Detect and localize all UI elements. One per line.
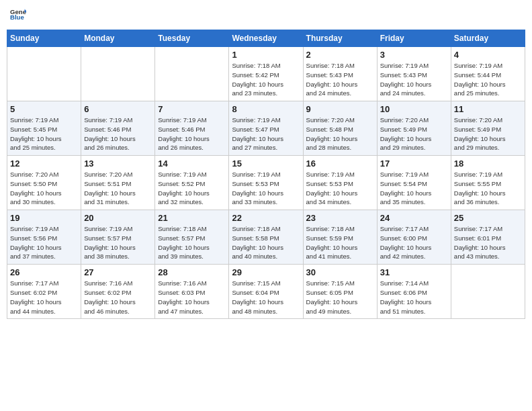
day-number: 20 <box>84 213 152 223</box>
calendar-cell: 15Sunrise: 7:19 AM Sunset: 5:53 PM Dayli… <box>229 156 303 210</box>
calendar-cell: 25Sunrise: 7:17 AM Sunset: 6:01 PM Dayli… <box>451 210 525 265</box>
day-number: 31 <box>380 267 448 277</box>
calendar-cell <box>81 47 155 101</box>
day-info: Sunrise: 7:17 AM Sunset: 6:00 PM Dayligh… <box>380 224 448 261</box>
day-info: Sunrise: 7:19 AM Sunset: 5:56 PM Dayligh… <box>10 224 78 261</box>
day-info: Sunrise: 7:20 AM Sunset: 5:49 PM Dayligh… <box>380 116 448 152</box>
day-info: Sunrise: 7:19 AM Sunset: 5:47 PM Dayligh… <box>232 116 300 152</box>
calendar-cell: 26Sunrise: 7:17 AM Sunset: 6:02 PM Dayli… <box>7 265 81 319</box>
day-number: 26 <box>10 267 78 277</box>
calendar-cell: 16Sunrise: 7:19 AM Sunset: 5:53 PM Dayli… <box>303 156 377 210</box>
day-number: 1 <box>232 50 300 60</box>
day-info: Sunrise: 7:14 AM Sunset: 6:06 PM Dayligh… <box>380 279 448 316</box>
day-info: Sunrise: 7:20 AM Sunset: 5:51 PM Dayligh… <box>84 170 152 207</box>
day-number: 25 <box>454 213 522 223</box>
calendar-cell: 12Sunrise: 7:20 AM Sunset: 5:50 PM Dayli… <box>7 156 81 210</box>
day-number: 10 <box>380 104 448 114</box>
calendar-cell: 20Sunrise: 7:19 AM Sunset: 5:57 PM Dayli… <box>81 210 155 265</box>
logo: General Blue <box>10 7 28 23</box>
calendar-cell: 23Sunrise: 7:18 AM Sunset: 5:59 PM Dayli… <box>303 210 377 265</box>
day-number: 30 <box>306 267 374 277</box>
day-info: Sunrise: 7:19 AM Sunset: 5:45 PM Dayligh… <box>10 116 78 152</box>
day-info: Sunrise: 7:18 AM Sunset: 5:42 PM Dayligh… <box>232 61 300 98</box>
day-number: 22 <box>232 213 300 223</box>
calendar-cell: 1Sunrise: 7:18 AM Sunset: 5:42 PM Daylig… <box>229 47 303 101</box>
calendar-cell: 27Sunrise: 7:16 AM Sunset: 6:02 PM Dayli… <box>81 265 155 319</box>
day-info: Sunrise: 7:19 AM Sunset: 5:57 PM Dayligh… <box>84 224 152 261</box>
calendar-cell: 29Sunrise: 7:15 AM Sunset: 6:04 PM Dayli… <box>229 265 303 319</box>
calendar-cell: 7Sunrise: 7:19 AM Sunset: 5:46 PM Daylig… <box>155 101 229 156</box>
day-number: 13 <box>84 158 152 169</box>
week-row-3: 12Sunrise: 7:20 AM Sunset: 5:50 PM Dayli… <box>7 156 525 210</box>
day-info: Sunrise: 7:19 AM Sunset: 5:55 PM Dayligh… <box>454 170 522 207</box>
calendar-cell: 3Sunrise: 7:19 AM Sunset: 5:43 PM Daylig… <box>377 47 451 101</box>
calendar-cell: 13Sunrise: 7:20 AM Sunset: 5:51 PM Dayli… <box>81 156 155 210</box>
day-header-thursday: Thursday <box>303 30 377 47</box>
calendar-cell: 24Sunrise: 7:17 AM Sunset: 6:00 PM Dayli… <box>377 210 451 265</box>
day-info: Sunrise: 7:20 AM Sunset: 5:50 PM Dayligh… <box>10 170 78 207</box>
day-info: Sunrise: 7:17 AM Sunset: 6:02 PM Dayligh… <box>10 279 78 316</box>
day-info: Sunrise: 7:20 AM Sunset: 5:49 PM Dayligh… <box>454 116 522 152</box>
day-info: Sunrise: 7:18 AM Sunset: 5:58 PM Dayligh… <box>232 224 300 261</box>
day-number: 28 <box>158 267 226 277</box>
calendar-table: SundayMondayTuesdayWednesdayThursdayFrid… <box>7 30 525 319</box>
calendar-cell: 22Sunrise: 7:18 AM Sunset: 5:58 PM Dayli… <box>229 210 303 265</box>
day-header-sunday: Sunday <box>7 30 81 47</box>
days-header-row: SundayMondayTuesdayWednesdayThursdayFrid… <box>7 30 525 47</box>
day-info: Sunrise: 7:15 AM Sunset: 6:04 PM Dayligh… <box>232 279 300 316</box>
calendar-cell: 11Sunrise: 7:20 AM Sunset: 5:49 PM Dayli… <box>451 101 525 156</box>
calendar-cell: 14Sunrise: 7:19 AM Sunset: 5:52 PM Dayli… <box>155 156 229 210</box>
week-row-1: 1Sunrise: 7:18 AM Sunset: 5:42 PM Daylig… <box>7 47 525 101</box>
calendar-cell: 17Sunrise: 7:19 AM Sunset: 5:54 PM Dayli… <box>377 156 451 210</box>
day-info: Sunrise: 7:19 AM Sunset: 5:54 PM Dayligh… <box>380 170 448 207</box>
day-number: 17 <box>380 158 448 169</box>
calendar-cell: 4Sunrise: 7:19 AM Sunset: 5:44 PM Daylig… <box>451 47 525 101</box>
day-number: 24 <box>380 213 448 223</box>
calendar-cell: 31Sunrise: 7:14 AM Sunset: 6:06 PM Dayli… <box>377 265 451 319</box>
day-number: 21 <box>158 213 226 223</box>
day-info: Sunrise: 7:16 AM Sunset: 6:03 PM Dayligh… <box>158 279 226 316</box>
calendar-cell: 18Sunrise: 7:19 AM Sunset: 5:55 PM Dayli… <box>451 156 525 210</box>
logo-icon: General Blue <box>10 7 26 23</box>
calendar-cell: 6Sunrise: 7:19 AM Sunset: 5:46 PM Daylig… <box>81 101 155 156</box>
day-number: 19 <box>10 213 78 223</box>
day-header-wednesday: Wednesday <box>229 30 303 47</box>
day-number: 27 <box>84 267 152 277</box>
day-number: 18 <box>454 158 522 169</box>
day-number: 2 <box>306 50 374 60</box>
calendar-cell: 10Sunrise: 7:20 AM Sunset: 5:49 PM Dayli… <box>377 101 451 156</box>
calendar-cell <box>7 47 81 101</box>
day-info: Sunrise: 7:18 AM Sunset: 5:43 PM Dayligh… <box>306 61 374 98</box>
day-number: 7 <box>158 104 226 114</box>
day-info: Sunrise: 7:19 AM Sunset: 5:44 PM Dayligh… <box>454 61 522 98</box>
week-row-2: 5Sunrise: 7:19 AM Sunset: 5:45 PM Daylig… <box>7 101 525 156</box>
calendar-cell: 28Sunrise: 7:16 AM Sunset: 6:03 PM Dayli… <box>155 265 229 319</box>
calendar-cell: 30Sunrise: 7:15 AM Sunset: 6:05 PM Dayli… <box>303 265 377 319</box>
calendar-cell: 8Sunrise: 7:19 AM Sunset: 5:47 PM Daylig… <box>229 101 303 156</box>
calendar-cell: 19Sunrise: 7:19 AM Sunset: 5:56 PM Dayli… <box>7 210 81 265</box>
calendar-cell: 9Sunrise: 7:20 AM Sunset: 5:48 PM Daylig… <box>303 101 377 156</box>
day-info: Sunrise: 7:16 AM Sunset: 6:02 PM Dayligh… <box>84 279 152 316</box>
calendar-cell <box>155 47 229 101</box>
day-info: Sunrise: 7:19 AM Sunset: 5:53 PM Dayligh… <box>306 170 374 207</box>
week-row-5: 26Sunrise: 7:17 AM Sunset: 6:02 PM Dayli… <box>7 265 525 319</box>
day-number: 23 <box>306 213 374 223</box>
day-number: 5 <box>10 104 78 114</box>
svg-text:Blue: Blue <box>10 13 24 21</box>
calendar-cell: 5Sunrise: 7:19 AM Sunset: 5:45 PM Daylig… <box>7 101 81 156</box>
day-header-tuesday: Tuesday <box>155 30 229 47</box>
day-header-friday: Friday <box>377 30 451 47</box>
day-info: Sunrise: 7:19 AM Sunset: 5:46 PM Dayligh… <box>158 116 226 152</box>
day-number: 11 <box>454 104 522 114</box>
day-number: 3 <box>380 50 448 60</box>
day-number: 8 <box>232 104 300 114</box>
day-info: Sunrise: 7:19 AM Sunset: 5:53 PM Dayligh… <box>232 170 300 207</box>
calendar-cell: 2Sunrise: 7:18 AM Sunset: 5:43 PM Daylig… <box>303 47 377 101</box>
day-info: Sunrise: 7:18 AM Sunset: 5:57 PM Dayligh… <box>158 224 226 261</box>
day-header-monday: Monday <box>81 30 155 47</box>
day-info: Sunrise: 7:19 AM Sunset: 5:43 PM Dayligh… <box>380 61 448 98</box>
day-info: Sunrise: 7:19 AM Sunset: 5:46 PM Dayligh… <box>84 116 152 152</box>
day-number: 14 <box>158 158 226 169</box>
header: General Blue <box>7 7 525 23</box>
week-row-4: 19Sunrise: 7:19 AM Sunset: 5:56 PM Dayli… <box>7 210 525 265</box>
